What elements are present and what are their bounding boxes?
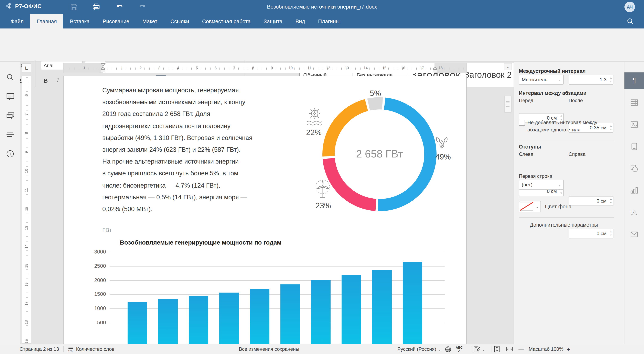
bold-button[interactable]: B: [41, 76, 50, 85]
page-indicator[interactable]: Страница 2 из 13: [20, 346, 59, 352]
spinner-arrows-icon[interactable]: ˄˅: [610, 197, 612, 205]
bar[interactable]: [311, 280, 330, 350]
rail-table-settings-button[interactable]: [624, 94, 644, 111]
word-count-button[interactable]: Количество слов: [76, 346, 114, 352]
rail-header-footer-button[interactable]: [624, 138, 644, 155]
globe-icon[interactable]: [445, 346, 451, 352]
paragraph-line: выработки (49%, 1 310 ГВт). Ветровая и с…: [102, 132, 300, 144]
paragraph-line: возобновляемыми источниками энергии, к к…: [102, 96, 300, 108]
rail-textart-settings-button[interactable]: Ta: [624, 204, 644, 220]
scroll-up-button[interactable]: ▲: [504, 63, 512, 70]
zoom-level[interactable]: Масштаб 100%: [529, 346, 564, 352]
document-page[interactable]: Суммарная мировая мощность, генерируемая…: [63, 76, 467, 350]
table-settings-icon: [630, 99, 638, 106]
first-line-value-spinner[interactable]: 0 см ˄˅: [568, 229, 614, 238]
tab-вставка[interactable]: Вставка: [64, 14, 96, 28]
spinner-arrows-icon[interactable]: ˄˅: [610, 76, 612, 83]
language-selector[interactable]: Русский (Россия) ⌄: [398, 346, 441, 352]
advanced-settings-link[interactable]: Дополнительные параметры: [530, 222, 598, 229]
redo-button[interactable]: [138, 2, 147, 11]
navigation-icon: [6, 132, 14, 137]
spinner-arrows-icon[interactable]: ˄˅: [610, 124, 612, 131]
vertical-scrollbar-thumb[interactable]: [504, 96, 512, 113]
tab-макет[interactable]: Макет: [136, 14, 164, 28]
tab-ссылки[interactable]: Ссылки: [164, 14, 196, 28]
bar[interactable]: [128, 302, 147, 350]
paragraph-settings-panel: Междустрочный интервал Множитель⌄ 1.3 ˄˅…: [514, 62, 624, 344]
bar[interactable]: [250, 289, 270, 350]
tab-file[interactable]: Файл: [4, 14, 30, 28]
bar[interactable]: [189, 296, 208, 350]
vertical-ruler[interactable]: 678910111213141516171819: [22, 76, 32, 344]
first-line-type-select[interactable]: (нет)⌄: [519, 180, 564, 190]
rail-mailmerge-button[interactable]: [624, 226, 644, 242]
comment-icon: [6, 93, 14, 100]
ruler-number: 14: [363, 66, 368, 70]
save-button[interactable]: [69, 2, 78, 11]
paragraph-line: энергия заняли 24% (623 ГВт) и 22% (587 …: [102, 144, 300, 156]
print-button[interactable]: [92, 2, 101, 11]
ruler-number: 6: [24, 93, 28, 98]
avatar[interactable]: АЧ: [624, 2, 635, 12]
tab-защита[interactable]: Защита: [257, 14, 289, 28]
paragraph-text[interactable]: Суммарная мировая мощность, генерируемая…: [102, 84, 300, 215]
comments-button[interactable]: [5, 92, 15, 101]
zoom-out-button[interactable]: —: [518, 346, 524, 352]
bar[interactable]: [342, 275, 361, 350]
font-name-value: Arial: [44, 63, 54, 68]
right-indent-label: Справа: [568, 151, 586, 157]
status-bar: Страница 2 из 13 123 Количество слов Все…: [0, 344, 644, 354]
rail-chart-settings-button[interactable]: [624, 182, 644, 198]
tab-stop-selector[interactable]: L: [22, 63, 32, 72]
y-axis-tick-label: 1000: [90, 305, 106, 311]
navigation-button[interactable]: [5, 130, 15, 140]
right-indent-marker[interactable]: [432, 67, 437, 73]
donut-label-solar: 22%: [306, 128, 330, 137]
horizontal-ruler[interactable]: 1123456789101112131415161718: [63, 63, 467, 73]
bar[interactable]: [219, 293, 239, 350]
rail-image-settings-button[interactable]: [624, 116, 644, 133]
svg-text:Ta: Ta: [630, 209, 636, 214]
donut-label-wind: 23%: [316, 201, 340, 210]
about-button[interactable]: [5, 149, 15, 159]
line-spacing-value-spinner[interactable]: 1.3 ˄˅: [568, 75, 614, 85]
fit-width-icon[interactable]: [506, 347, 513, 352]
paragraph-line: 0,02% (500 МВт).: [102, 203, 300, 215]
tab-главная[interactable]: Главная: [30, 14, 64, 28]
chat-button[interactable]: [5, 111, 15, 120]
line-spacing-heading: Междустрочный интервал: [519, 68, 586, 74]
bar[interactable]: [158, 299, 178, 350]
rail-shape-settings-button[interactable]: [624, 160, 644, 177]
bar[interactable]: [372, 270, 392, 350]
fit-page-icon[interactable]: [494, 346, 500, 352]
line-spacing-type-select[interactable]: Множитель⌄: [519, 75, 564, 85]
background-color-well[interactable]: ⌄: [519, 201, 541, 212]
bar[interactable]: [403, 262, 422, 350]
find-button[interactable]: [5, 72, 15, 82]
ruler-number: 10: [288, 66, 293, 70]
right-indent-spinner[interactable]: 0 см ˄˅: [568, 196, 614, 206]
tab-совместная-работа[interactable]: Совместная работа: [196, 14, 257, 28]
chevron-down-icon: ⌄: [482, 348, 485, 352]
bar[interactable]: [280, 285, 300, 350]
spellcheck-button[interactable]: АВС✓: [456, 346, 462, 353]
ruler-number: 13: [344, 66, 349, 70]
tab-рисование[interactable]: Рисование: [96, 14, 136, 28]
tab-плагины[interactable]: Плагины: [312, 14, 346, 28]
ruler-number: 9: [270, 66, 274, 70]
spinner-arrows-icon[interactable]: ˄˅: [610, 230, 612, 237]
zoom-in-button[interactable]: +: [566, 346, 570, 353]
italic-button[interactable]: I: [53, 76, 63, 85]
bar-chart-title: Возобновляемые генерирующие мощности по …: [120, 239, 282, 246]
paragraph-line: гидроэнергетики составила почти половину: [102, 120, 300, 132]
para-spacing-heading: Интервал между абзацами: [519, 90, 586, 96]
bar-chart-y-unit: ГВт: [102, 227, 112, 233]
same-style-checkbox[interactable]: [519, 120, 525, 126]
track-changes-icon[interactable]: [474, 346, 480, 352]
undo-button[interactable]: [115, 2, 124, 11]
advanced-settings-link-wrap: Дополнительные параметры: [514, 222, 614, 228]
rail-paragraph-settings-button[interactable]: ¶: [624, 72, 644, 89]
indent-marker[interactable]: [101, 63, 106, 74]
tab-вид[interactable]: Вид: [289, 14, 312, 28]
search-button[interactable]: [627, 18, 634, 25]
